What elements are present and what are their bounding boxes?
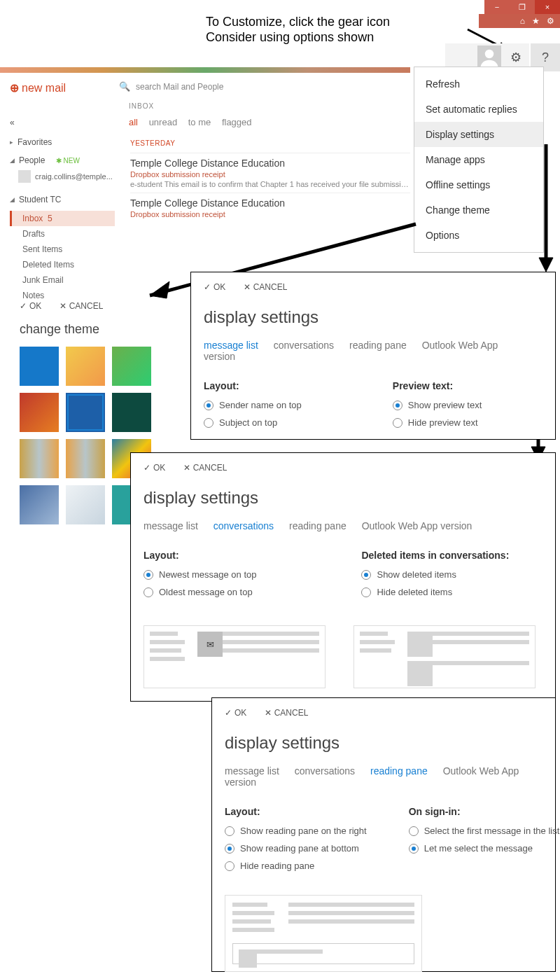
radio-icon bbox=[393, 401, 402, 410]
ok-button[interactable]: ✓OK bbox=[20, 301, 41, 311]
theme-swatch[interactable] bbox=[20, 485, 59, 524]
message-item[interactable]: Temple College Distance Education Dropbo… bbox=[130, 193, 410, 218]
folder-inbox[interactable]: Inbox 5 bbox=[10, 211, 115, 226]
tab-reading-pane[interactable]: reading pane bbox=[370, 765, 428, 777]
layout-preview-thumbnails: ✉ bbox=[144, 625, 542, 688]
filter-unread[interactable]: unread bbox=[149, 117, 177, 127]
people-contact[interactable]: craig.collins@temple... bbox=[10, 167, 115, 186]
close-button[interactable]: × bbox=[535, 0, 560, 14]
cancel-button[interactable]: ✕CANCEL bbox=[265, 708, 309, 718]
maximize-button[interactable]: ❐ bbox=[510, 0, 535, 14]
radio-icon bbox=[204, 401, 214, 410]
annotation-line1: To Customize, click the gear icon bbox=[206, 14, 390, 29]
filter-all[interactable]: all bbox=[129, 117, 138, 127]
tab-reading-pane[interactable]: reading pane bbox=[289, 520, 346, 531]
left-navigation: « ▸Favorites ◢People ✱ NEW craig.collins… bbox=[10, 116, 115, 303]
filter-to-me[interactable]: to me bbox=[188, 117, 211, 127]
cancel-button[interactable]: ✕CANCEL bbox=[59, 301, 104, 311]
theme-color-strip bbox=[0, 67, 410, 73]
favorites-header[interactable]: ▸Favorites bbox=[10, 135, 115, 149]
theme-swatch[interactable] bbox=[66, 439, 105, 478]
folder-drafts[interactable]: Drafts bbox=[10, 226, 115, 242]
tab-message-list[interactable]: message list bbox=[225, 765, 279, 777]
radio-pane-right[interactable]: Show reading pane on the right bbox=[225, 826, 367, 836]
change-theme-title: change theme bbox=[20, 322, 160, 337]
radio-hide-preview[interactable]: Hide preview text bbox=[393, 417, 482, 428]
collapse-nav-button[interactable]: « bbox=[10, 116, 115, 130]
menu-offline-settings[interactable]: Offline settings bbox=[414, 172, 543, 197]
radio-pane-hide[interactable]: Hide reading pane bbox=[225, 861, 367, 871]
radio-sender-on-top[interactable]: Sender name on top bbox=[204, 400, 302, 410]
theme-swatch[interactable] bbox=[20, 347, 59, 386]
tab-message-list[interactable]: message list bbox=[144, 520, 198, 531]
theme-swatch[interactable] bbox=[112, 347, 151, 386]
radio-icon bbox=[204, 418, 214, 428]
home-icon[interactable]: ⌂ bbox=[520, 16, 525, 26]
folder-junk[interactable]: Junk Email bbox=[10, 272, 115, 288]
radio-let-me-select[interactable]: Let me select the message bbox=[409, 843, 560, 854]
theme-swatch[interactable] bbox=[66, 347, 105, 386]
tab-conversations[interactable]: conversations bbox=[295, 765, 355, 777]
on-signin-heading: On sign-in: bbox=[409, 806, 560, 817]
tutorial-canvas: − ❐ × ⌂ ★ ⚙ To Customize, click the gear… bbox=[0, 0, 560, 974]
cancel-button[interactable]: ✕CANCEL bbox=[244, 282, 288, 292]
radio-icon bbox=[144, 570, 153, 580]
panel-title: display settings bbox=[225, 733, 542, 753]
menu-manage-apps[interactable]: Manage apps bbox=[414, 147, 543, 172]
plus-icon: ⊕ bbox=[10, 82, 19, 94]
tab-message-list[interactable]: message list bbox=[204, 340, 258, 351]
menu-automatic-replies[interactable]: Set automatic replies bbox=[414, 97, 543, 122]
search-icon: 🔍 bbox=[119, 81, 130, 92]
tools-gear-icon[interactable]: ⚙ bbox=[547, 16, 554, 26]
theme-swatch[interactable] bbox=[66, 485, 105, 524]
radio-show-preview[interactable]: Show preview text bbox=[393, 400, 482, 410]
radio-newest-on-top[interactable]: Newest message on top bbox=[144, 569, 256, 580]
favorites-star-icon[interactable]: ★ bbox=[532, 16, 540, 26]
layout-heading: Layout: bbox=[144, 550, 256, 561]
user-avatar[interactable] bbox=[477, 46, 501, 69]
theme-swatch[interactable] bbox=[20, 393, 59, 432]
folder-sent[interactable]: Sent Items bbox=[10, 242, 115, 257]
chevron-down-icon: ◢ bbox=[10, 196, 15, 203]
minimize-button[interactable]: − bbox=[484, 0, 510, 14]
radio-subject-on-top[interactable]: Subject on top bbox=[204, 417, 302, 428]
chevron-right-icon: ▸ bbox=[10, 139, 13, 146]
check-icon: ✓ bbox=[144, 463, 150, 473]
theme-swatch-selected[interactable] bbox=[66, 393, 105, 432]
folder-deleted[interactable]: Deleted Items bbox=[10, 257, 115, 272]
radio-hide-deleted[interactable]: Hide deleted items bbox=[361, 587, 509, 597]
menu-change-theme[interactable]: Change theme bbox=[414, 197, 543, 223]
search-input[interactable]: 🔍search Mail and People bbox=[119, 81, 406, 92]
settings-gear-button[interactable]: ⚙ bbox=[505, 46, 526, 69]
tab-owa-version[interactable]: Outlook Web App version bbox=[362, 520, 472, 531]
account-header[interactable]: ◢Student TC bbox=[10, 193, 115, 207]
menu-options[interactable]: Options bbox=[414, 223, 543, 248]
radio-oldest-on-top[interactable]: Oldest message on top bbox=[144, 587, 256, 597]
cancel-button[interactable]: ✕CANCEL bbox=[183, 463, 227, 473]
ok-button[interactable]: ✓OK bbox=[225, 708, 246, 718]
radio-icon bbox=[409, 826, 419, 836]
message-item[interactable]: Temple College Distance Education Dropbo… bbox=[130, 153, 410, 188]
menu-display-settings[interactable]: Display settings bbox=[414, 122, 543, 147]
tab-conversations[interactable]: conversations bbox=[214, 520, 274, 531]
radio-show-deleted[interactable]: Show deleted items bbox=[361, 569, 509, 580]
tab-reading-pane[interactable]: reading pane bbox=[349, 340, 407, 351]
radio-pane-bottom[interactable]: Show reading pane at bottom bbox=[225, 843, 367, 854]
tab-conversations[interactable]: conversations bbox=[274, 340, 334, 351]
ok-button[interactable]: ✓OK bbox=[144, 463, 165, 473]
ok-button[interactable]: ✓OK bbox=[204, 282, 225, 292]
filter-flagged[interactable]: flagged bbox=[222, 117, 252, 127]
new-badge: ✱ NEW bbox=[56, 157, 80, 165]
inbox-caption: INBOX bbox=[129, 102, 154, 110]
display-settings-message-list-panel: ✓OK ✕CANCEL display settings message lis… bbox=[190, 272, 556, 440]
radio-select-first[interactable]: Select the first message in the list bbox=[409, 826, 560, 836]
message-subject: Dropbox submission receipt bbox=[130, 170, 410, 179]
new-mail-button[interactable]: ⊕new mail bbox=[10, 81, 66, 95]
close-icon: ✕ bbox=[265, 708, 272, 718]
theme-swatch[interactable] bbox=[20, 439, 59, 478]
theme-swatch[interactable] bbox=[112, 393, 151, 432]
menu-refresh[interactable]: Refresh bbox=[414, 71, 543, 97]
people-header[interactable]: ◢People ✱ NEW bbox=[10, 153, 115, 167]
radio-icon bbox=[225, 844, 234, 854]
radio-icon bbox=[144, 587, 153, 597]
